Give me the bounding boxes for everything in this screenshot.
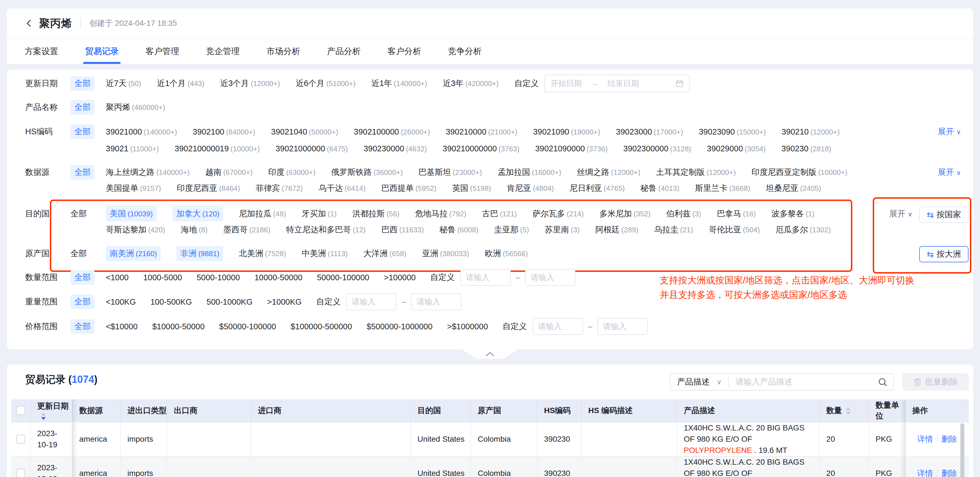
filter-option[interactable]: 英国(5198) (452, 183, 491, 194)
filter-option[interactable]: $500000-1000000 (366, 322, 432, 331)
filter-option[interactable]: 危地马拉(792) (415, 208, 466, 219)
expand-button-hs-code[interactable]: 展开∨ (938, 126, 961, 137)
delete-link[interactable]: 删除 (941, 435, 957, 443)
tab-5[interactable]: 产品分析 (327, 39, 361, 64)
filter-option[interactable]: 北美洲(7528) (239, 248, 286, 259)
filter-option[interactable]: 非洲(9881) (177, 246, 223, 261)
all-chip-hs-code[interactable]: 全部 (70, 124, 95, 139)
custom-option[interactable]: 自定义 (430, 272, 455, 283)
delete-link[interactable]: 删除 (941, 469, 957, 477)
filter-option[interactable]: 洪都拉斯(56) (352, 208, 399, 219)
filter-option[interactable]: <1000 (106, 273, 129, 282)
filter-option[interactable]: 美国提单(9157) (106, 183, 161, 194)
filter-option[interactable]: >100000 (384, 273, 416, 282)
tab-0[interactable]: 方案设置 (25, 39, 58, 64)
filter-option[interactable]: 哥斯达黎加(420) (106, 224, 165, 235)
search-field-select[interactable]: 产品描述 ∨ (670, 376, 728, 388)
filter-option[interactable]: 巴西提单(5952) (381, 183, 436, 194)
back-icon[interactable] (25, 19, 33, 28)
filter-option[interactable]: 南美洲(2160) (106, 246, 161, 261)
filter-option[interactable]: 牙买加(1) (302, 208, 337, 219)
filter-option[interactable]: $100000-500000 (291, 322, 352, 331)
filter-option[interactable]: 尼加拉瓜(48) (239, 208, 286, 219)
quantity-min-input[interactable]: 请输入 (460, 269, 511, 286)
filter-option[interactable]: 美国(10039) (106, 206, 157, 222)
expand-button-destination[interactable]: 展开∨ (889, 208, 913, 219)
filter-option[interactable]: 5000-10000 (197, 273, 240, 282)
filter-option[interactable]: 加拿大(120) (172, 206, 223, 222)
expand-button-data-source[interactable]: 展开∨ (938, 167, 961, 178)
all-chip-price[interactable]: 全部 (70, 319, 95, 334)
detail-link[interactable]: 详情 (917, 435, 933, 443)
filter-option[interactable]: 丝绸之路(12000+) (577, 167, 640, 178)
filter-option[interactable]: 50000-100000 (317, 273, 369, 282)
filter-option[interactable]: 近3年(420000+) (443, 78, 499, 89)
filter-option[interactable]: 近6个月(51000+) (296, 78, 356, 89)
filter-option[interactable]: 海地(8) (181, 224, 208, 235)
weight-max-input[interactable]: 请输入 (411, 294, 461, 310)
all-option-origin[interactable]: 全部 (70, 248, 87, 259)
filter-option[interactable]: 390210000(21000+) (446, 127, 517, 137)
filter-option[interactable]: 100-500KG (150, 297, 192, 306)
filter-option[interactable]: 尼日利亚(4765) (570, 183, 625, 194)
filter-option[interactable]: 印度尼西亚(8464) (177, 183, 240, 194)
filter-option[interactable]: 欧洲(56566) (485, 248, 528, 259)
filter-option[interactable]: 乌拉圭(21) (654, 224, 693, 235)
filter-option[interactable]: 39021090(19000+) (533, 127, 600, 137)
tab-1[interactable]: 贸易记录 (85, 39, 119, 64)
weight-min-input[interactable]: 请输入 (346, 294, 396, 310)
all-option-destination[interactable]: 全部 (70, 208, 87, 219)
filter-option[interactable]: 39021(11000+) (106, 144, 159, 153)
filter-option[interactable]: 印度(63000+) (268, 167, 315, 178)
filter-option[interactable]: 海上丝绸之路(140000+) (106, 167, 189, 178)
table-scrollbar[interactable] (960, 423, 964, 477)
filter-option[interactable]: 聚丙烯(460000+) (106, 102, 165, 113)
filter-option[interactable]: 多米尼加(352) (600, 208, 651, 219)
search-icon[interactable] (878, 377, 888, 387)
filter-option[interactable]: 近1年(140000+) (371, 78, 427, 89)
filter-option[interactable]: 巴拿马(16) (717, 208, 756, 219)
filter-by-country-button[interactable]: ⇆ 按国家 (919, 207, 969, 223)
tab-4[interactable]: 市场分析 (267, 39, 300, 64)
filter-option[interactable]: 500-1000KG (207, 297, 253, 306)
tab-2[interactable]: 客户管理 (146, 39, 179, 64)
detail-link[interactable]: 详情 (917, 469, 933, 477)
filter-option[interactable]: 10000-50000 (255, 273, 302, 282)
sort-icon[interactable] (41, 413, 46, 420)
all-chip-product-name[interactable]: 全部 (70, 100, 95, 115)
custom-option[interactable]: 自定义 (503, 321, 527, 332)
filter-option[interactable]: 39029000(3054) (707, 144, 766, 153)
row-checkbox[interactable] (16, 469, 25, 477)
filter-option[interactable]: 390230(2818) (781, 144, 831, 153)
all-chip-weight[interactable]: 全部 (70, 295, 95, 309)
filter-option[interactable]: 39021040(50000+) (271, 127, 338, 137)
filter-option[interactable]: 中美洲(1113) (302, 248, 347, 259)
filter-option[interactable]: 孟加拉国(16000+) (498, 167, 562, 178)
filter-option[interactable]: 39023090(15000+) (699, 127, 766, 137)
filter-option[interactable]: 亚洲(380033) (422, 248, 469, 259)
filter-option[interactable]: <$10000 (106, 322, 138, 331)
tab-7[interactable]: 竞争分析 (448, 39, 482, 64)
filter-option[interactable]: 哥伦比亚(504) (709, 224, 760, 235)
filter-option[interactable]: 390210(12000+) (781, 127, 840, 137)
filter-option[interactable]: 巴西(11633) (381, 224, 424, 235)
filter-option[interactable]: 菲律宾(7672) (256, 183, 303, 194)
filter-option[interactable]: 390210000000(3763) (443, 144, 520, 153)
filter-option[interactable]: 越南(67000+) (205, 167, 253, 178)
quantity-max-input[interactable]: 请输入 (525, 269, 575, 286)
filter-option[interactable]: 39021000000(6475) (275, 144, 348, 153)
filter-option[interactable]: 圭亚那(5) (494, 224, 529, 235)
sort-icon[interactable] (846, 407, 850, 415)
tab-3[interactable]: 竞企管理 (206, 39, 240, 64)
filter-option[interactable]: 近1个月(443) (157, 78, 204, 89)
filter-option[interactable]: 近7天(50) (106, 78, 141, 89)
col-header-date[interactable]: 更新日期 (30, 399, 72, 422)
all-chip-data-source[interactable]: 全部 (70, 165, 95, 180)
col-header-qty[interactable]: 数量 (819, 399, 869, 422)
date-range-input[interactable]: 开始日期 → 结束日期 (544, 75, 690, 93)
filter-option[interactable]: 秘鲁(4013) (640, 183, 679, 194)
custom-option[interactable]: 自定义 (514, 78, 539, 89)
filter-option[interactable]: 俄罗斯铁路(36000+) (331, 167, 403, 178)
filter-option[interactable]: 390230000(4632) (363, 144, 427, 153)
filter-option[interactable]: 390210000019(10000+) (175, 144, 260, 153)
